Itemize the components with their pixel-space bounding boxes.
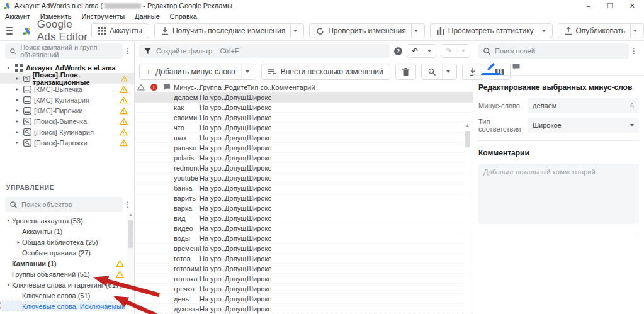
replace-text-button[interactable] (421, 64, 457, 80)
expand-arrow-icon[interactable] (14, 140, 21, 145)
column-header-group[interactable]: Группа ... (200, 84, 225, 91)
redo-button[interactable]: ↷ (441, 44, 470, 58)
table-row[interactable]: времени На уро... Допущ... Широкое (135, 244, 473, 254)
table-row[interactable]: шах На уро... Допущ... Широкое (135, 133, 473, 143)
management-item[interactable]: Местоположения (1) (0, 311, 125, 314)
column-header-match-type[interactable]: Тип со... (247, 84, 271, 91)
table-row[interactable]: готовим На уро... Допущ... Широкое (135, 264, 473, 274)
management-item[interactable]: Кампании (1) (0, 258, 125, 269)
table-row[interactable]: видео На уро... Допущ... Широкое (135, 223, 473, 233)
view-statistics-button[interactable]: Просмотреть статистику (430, 23, 553, 38)
management-item[interactable]: Группы объявлений (51) (0, 269, 125, 279)
table-row[interactable]: как На уро... Допущ... Широкое (135, 103, 473, 113)
campaign-item[interactable]: [Поиск]-Пирожки (0, 137, 134, 148)
table-row[interactable]: panaso... На уро... Допущ... Широкое (135, 143, 473, 153)
expand-arrow-icon[interactable]: ▾ (5, 65, 12, 70)
chevron-down-icon[interactable] (293, 30, 297, 32)
expand-arrow-icon[interactable] (15, 239, 22, 245)
scrollbar-thumb[interactable] (465, 131, 470, 147)
management-item[interactable]: Ключевые слова, Исключаемый критерий (0, 301, 125, 311)
campaign-item[interactable]: [Поиск]-Плов-транзакционные (0, 73, 134, 84)
table-scrollbar[interactable]: ▲ (464, 122, 471, 314)
campaign-item[interactable]: [Поиск]-Выпечка (0, 116, 134, 126)
maximize-button[interactable]: ☐ (607, 2, 613, 10)
close-button[interactable]: ✕ (630, 2, 635, 10)
expand-arrow-icon[interactable] (14, 129, 21, 135)
help-icon[interactable]: ? (394, 47, 402, 55)
column-header-parent[interactable]: Родите... (225, 84, 247, 91)
table-row[interactable]: банка На уро... Допущ... Широкое (135, 183, 473, 193)
tab-comments[interactable] (504, 58, 529, 75)
management-item[interactable]: Уровень аккаунта (53) (0, 215, 125, 226)
expand-arrow-icon[interactable] (14, 118, 21, 124)
table-row[interactable]: своими На уро... Допущ... Широкое (135, 113, 473, 123)
table-row[interactable]: гречка На уро... Допущ... Широкое (135, 284, 473, 294)
table-row[interactable]: вид На уро... Допущ... Широкое (135, 213, 473, 223)
table-row[interactable]: что На уро... Допущ... Широкое (135, 123, 473, 133)
kebab-menu-icon[interactable]: ⋮ (123, 47, 133, 55)
chevron-down-icon[interactable] (633, 30, 637, 32)
left-tree-scrollbar[interactable]: ▲ (127, 211, 134, 314)
column-header-comment[interactable]: Комментарий (271, 84, 473, 91)
hamburger-menu-icon[interactable] (6, 27, 13, 35)
warning-column-icon[interactable] (137, 84, 145, 91)
expand-arrow-icon[interactable] (14, 108, 21, 113)
undo-button[interactable]: ↶ (407, 44, 436, 58)
campaign-search-input[interactable]: Поиск кампаний и групп объявлений (5, 43, 123, 59)
table-row[interactable]: готовка На уро... Допущ... Широкое (135, 274, 473, 284)
table-row[interactable]: polaris На уро... Допущ... Широкое (135, 153, 473, 163)
campaign-item[interactable]: [КМС]-Кулинария (0, 94, 134, 105)
error-column-icon[interactable]: ! (150, 84, 157, 91)
table-row[interactable]: делаем На уро... Допущ... Широкое (135, 93, 473, 103)
negative-keyword-input[interactable]: делаем 6 (528, 98, 639, 113)
table-row[interactable]: варка На уро... Допущ... Широкое (135, 203, 473, 213)
column-header-keyword[interactable]: Минус-... (174, 84, 200, 91)
scroll-up-icon[interactable]: ▲ (464, 122, 471, 130)
scrollbar-thumb[interactable] (128, 220, 133, 248)
chevron-down-icon[interactable] (246, 70, 249, 73)
tab-edit[interactable] (478, 58, 504, 75)
get-recent-changes-button[interactable]: Получить последние изменения (154, 23, 304, 38)
check-changes-button[interactable]: Проверить изменения (309, 23, 425, 38)
table-row[interactable]: день На уро... Допущ... Широкое (135, 294, 473, 304)
expand-arrow-icon[interactable] (14, 97, 21, 103)
expand-arrow-icon[interactable] (5, 282, 12, 288)
expand-arrow-icon[interactable] (14, 76, 21, 81)
chevron-down-icon[interactable] (542, 30, 546, 32)
table-row[interactable]: варить На уро... Допущ... Широкое (135, 193, 473, 203)
fields-search-input[interactable]: Поиск полей (478, 43, 629, 59)
management-item[interactable]: Особые правила (27) (0, 247, 125, 258)
undo-icon[interactable]: ↶ (407, 47, 422, 55)
post-button[interactable]: Опубликовать (558, 23, 644, 38)
table-row[interactable]: redmond На уро... Допущ... Широкое (135, 163, 473, 173)
delete-button[interactable] (395, 64, 416, 80)
management-item[interactable]: Общая библиотека (25) (0, 237, 125, 247)
filter-input[interactable]: Создайте фильтр – Ctrl+F (139, 44, 390, 58)
minimize-button[interactable]: – (587, 2, 590, 10)
campaign-item[interactable]: [КМС]-Пирожки (0, 105, 134, 116)
management-item[interactable]: Аккаунты (1) (0, 226, 125, 237)
table-row[interactable]: воды На уро... Допущ... Широкое (135, 233, 473, 244)
scroll-up-icon[interactable]: ▲ (127, 211, 134, 219)
objects-search-input[interactable]: Поиск объектов (5, 197, 123, 212)
table-row[interactable]: youtube На уро... Допущ... Широкое (135, 173, 473, 183)
table-row[interactable]: духовка На уро... Допущ... Широкое (135, 304, 473, 314)
management-item[interactable]: Ключевые слова (51) (0, 290, 125, 301)
accounts-button[interactable]: Аккаунты (91, 23, 149, 38)
comment-textarea[interactable]: Добавьте локальный комментарий (478, 164, 639, 224)
match-type-select[interactable]: Широкое (528, 118, 639, 133)
management-item[interactable]: Ключевые слова и таргетинг (617) (0, 279, 125, 290)
table-row[interactable]: готов На уро... Допущ... Широкое (135, 254, 473, 264)
expand-arrow-icon[interactable] (14, 86, 21, 92)
comment-column-icon[interactable] (163, 84, 171, 91)
kebab-menu-icon[interactable]: ⋮ (629, 47, 639, 55)
chevron-down-icon[interactable] (446, 70, 450, 73)
expand-arrow-icon[interactable] (5, 218, 12, 223)
menu-item[interactable]: Справка (165, 13, 202, 20)
chevron-down-icon[interactable] (414, 30, 418, 32)
add-negative-keyword-button[interactable]: + Добавить минус-слово (139, 64, 256, 80)
make-multiple-changes-button[interactable]: Внести несколько изменений (261, 64, 390, 80)
menu-item[interactable]: Данные (130, 13, 165, 20)
kebab-menu-icon[interactable]: ⋮ (123, 200, 133, 209)
campaign-item[interactable]: [Поиск]-Кулинария (0, 126, 134, 137)
